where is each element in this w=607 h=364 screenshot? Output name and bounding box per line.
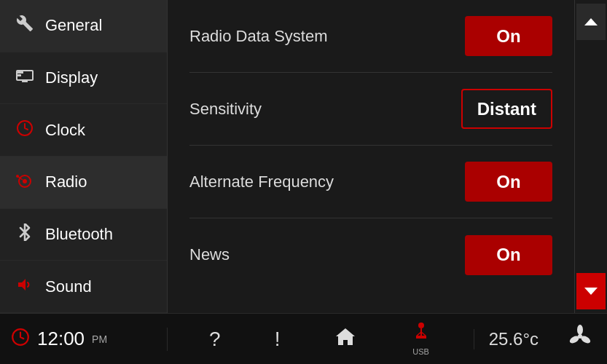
clock-icon (15, 119, 35, 141)
radio-icon (15, 172, 35, 192)
scroll-down-btn[interactable] (576, 273, 606, 309)
svg-rect-2 (17, 74, 21, 76)
content-area: Radio Data System On Sensitivity Distant… (168, 0, 574, 313)
radio-data-system-label: Radio Data System (189, 27, 328, 46)
bottom-clock-icon (11, 328, 30, 351)
bottom-time: 12:00 (37, 328, 85, 350)
radio-data-system-btn[interactable]: On (465, 16, 552, 56)
svg-marker-8 (18, 279, 26, 290)
svg-marker-9 (584, 18, 598, 25)
bottom-clock: 12:00 PM (0, 328, 168, 351)
alternate-frequency-btn[interactable]: On (465, 162, 552, 202)
svg-rect-3 (22, 81, 28, 82)
sidebar-item-radio[interactable]: Radio (0, 157, 167, 209)
news-btn[interactable]: On (465, 235, 552, 275)
sidebar-item-clock-label: Clock (45, 121, 85, 140)
wrench-icon (15, 15, 35, 36)
sound-icon (15, 276, 35, 298)
home-icon (334, 326, 356, 352)
bottom-temperature: 25.6°c (474, 329, 553, 349)
sidebar-item-display[interactable]: Display (0, 52, 167, 105)
svg-rect-1 (17, 71, 23, 74)
home-btn[interactable] (334, 326, 356, 352)
sensitivity-btn[interactable]: Distant (461, 89, 552, 129)
main-area: General Display Clock (0, 0, 607, 313)
sidebar-item-general[interactable]: General (0, 0, 167, 52)
sidebar-item-display-label: Display (45, 68, 98, 87)
alert-btn[interactable]: ! (275, 328, 281, 351)
sidebar-item-general-label: General (45, 16, 102, 35)
svg-point-13 (418, 323, 424, 328)
scroll-up-btn[interactable] (576, 4, 606, 40)
sidebar-item-radio-label: Radio (45, 173, 87, 191)
bottom-ampm: PM (92, 333, 107, 345)
svg-marker-12 (336, 328, 355, 345)
news-label: News (189, 245, 230, 264)
alert-icon: ! (275, 328, 281, 351)
setting-row-news: News On (189, 218, 552, 291)
svg-marker-10 (584, 288, 598, 295)
fan-btn[interactable] (553, 324, 607, 354)
help-btn[interactable]: ? (209, 328, 221, 351)
usb-btn[interactable]: USB (410, 322, 432, 356)
bluetooth-icon (15, 223, 35, 245)
bottom-bar: 12:00 PM ? ! (0, 313, 607, 364)
usb-icon (410, 322, 432, 347)
scrollbar (574, 0, 607, 313)
svg-point-15 (577, 325, 583, 335)
help-icon: ? (209, 328, 221, 351)
sidebar-item-sound[interactable]: Sound (0, 261, 167, 313)
sidebar: General Display Clock (0, 0, 168, 313)
sidebar-item-bluetooth-label: Bluetooth (45, 225, 113, 244)
svg-point-6 (23, 179, 27, 183)
bottom-controls: ? ! USB (168, 322, 474, 356)
sidebar-item-clock[interactable]: Clock (0, 104, 167, 157)
usb-label: USB (412, 347, 429, 356)
alternate-frequency-label: Alternate Frequency (189, 173, 334, 191)
setting-row-alternate-frequency: Alternate Frequency On (189, 146, 552, 218)
sidebar-item-sound-label: Sound (45, 277, 92, 296)
sidebar-item-bluetooth[interactable]: Bluetooth (0, 209, 167, 261)
setting-row-sensitivity: Sensitivity Distant (189, 73, 552, 146)
display-icon (15, 68, 35, 87)
sensitivity-label: Sensitivity (189, 100, 262, 119)
usb-icon-wrap: USB (410, 322, 432, 356)
setting-row-radio-data-system: Radio Data System On (189, 0, 552, 73)
